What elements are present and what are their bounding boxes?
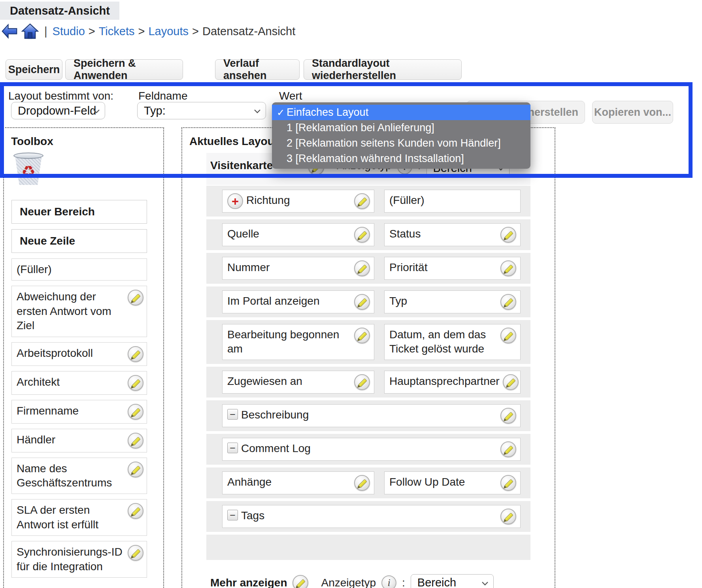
field-box-filler[interactable]: (Füller) [384,190,521,213]
edit-pencil-icon[interactable] [128,346,143,362]
copy-from-button[interactable]: Kopieren von... [592,101,673,124]
edit-pencil-icon[interactable] [500,260,516,276]
determined-by-select[interactable]: Dropdown-Feld [11,102,105,119]
edit-pencil-icon[interactable] [500,328,516,343]
field-box[interactable]: Typ [384,290,521,313]
section-name: Visitenkarte [210,159,273,172]
check-icon: ✓ [277,105,285,120]
edit-pencil-icon[interactable] [128,545,143,561]
field-box[interactable]: Priorität [384,257,521,280]
field-box[interactable]: Anhänge [222,471,374,494]
field-label: Typ [389,294,497,308]
trash-icon[interactable]: ♻ [13,153,43,185]
add-plus-icon[interactable]: + [227,193,243,209]
breadcrumb-link-studio[interactable]: Studio [53,25,85,38]
breadcrumb: | Studio > Tickets > Layouts > Datensatz… [2,22,295,40]
collapse-minus-icon[interactable]: − [227,443,238,453]
field-box[interactable]: Zugewiesen an [222,371,374,394]
toolbox-item[interactable]: Architekt [11,371,147,395]
toolbox-item[interactable]: Synchronisierungs-ID für die Integration [11,541,147,578]
new-row-button[interactable]: Neue Zeile [11,229,147,253]
breadcrumb-link-layouts[interactable]: Layouts [148,25,189,38]
field-box[interactable]: Follow Up Date [384,471,521,494]
view-history-button[interactable]: Verlauf ansehen [215,59,300,80]
menu-option[interactable]: 3 [Reklamation während Instsallation] [272,151,530,166]
layout-rows: + Richtung (Füller) Quelle Status [206,186,530,560]
toolbox-item-label: Händler [17,433,125,447]
edit-pencil-icon[interactable] [292,575,308,588]
edit-pencil-icon[interactable] [500,408,516,424]
restore-default-layout-button[interactable]: Standardlayout wiederherstellen [304,59,462,80]
field-box[interactable]: − Beschreibung [222,404,521,427]
edit-pencil-icon[interactable] [500,441,516,457]
field-box[interactable]: Status [384,223,521,246]
save-button[interactable]: Speichern [6,59,62,80]
edit-pencil-icon[interactable] [128,433,143,449]
page-title: Datensatz-Ansicht [0,2,119,20]
chevron-down-icon [481,581,489,586]
edit-pencil-icon[interactable] [500,227,516,243]
toolbox-item-label: Firmenname [17,404,125,418]
field-box[interactable]: Hauptansprechpartner [384,371,521,394]
determined-by-label: Layout bestimmt von: [8,90,113,102]
save-apply-button[interactable]: Speichern & Anwenden [65,59,183,80]
field-box[interactable]: + Richtung [222,190,374,213]
toolbox-title: Toolbox [11,135,163,148]
field-label: Anhänge [227,475,351,489]
home-icon[interactable] [21,23,39,39]
toolbox-item[interactable]: SLA der ersten Antwort ist erfüllt [11,499,147,536]
field-label: Status [389,227,497,241]
toolbox-item[interactable]: Abweichung der ersten Antwort vom Ziel [11,286,147,337]
edit-pencil-icon[interactable] [128,290,143,305]
back-arrow-icon[interactable] [2,24,17,39]
edit-pencil-icon[interactable] [354,294,370,310]
info-icon[interactable]: i [381,575,396,588]
field-label: Hauptansprechpartner [389,374,500,388]
edit-pencil-icon[interactable] [500,475,516,491]
menu-option[interactable]: 1 [Reklamation bei Anlieferung] [272,120,530,136]
toolbox-item[interactable]: Arbeitsprotokoll [11,342,147,366]
field-box[interactable]: Quelle [222,223,374,246]
field-box[interactable]: Datum, an dem das Ticket gelöst wurde [384,324,521,360]
edit-pencil-icon[interactable] [128,503,143,519]
toolbox-item-label: (Füller) [17,262,143,277]
collapse-minus-icon[interactable]: − [227,409,238,420]
edit-pencil-icon[interactable] [503,374,519,390]
field-label: (Füller) [389,193,516,207]
layout-row: Quelle Status [206,219,530,250]
edit-pencil-icon[interactable] [354,227,370,243]
edit-pencil-icon[interactable] [128,404,143,420]
toolbox-item[interactable]: Name des Geschäftszentrums [11,458,147,494]
new-section-button[interactable]: Neuer Bereich [11,200,147,224]
field-name-select[interactable]: Typ: [137,102,266,119]
edit-pencil-icon[interactable] [354,193,370,209]
menu-option-label: 2 [Reklamation seitens Kunden vom Händle… [287,137,501,149]
field-box[interactable]: Nummer [222,257,374,280]
menu-option-selected[interactable]: ✓ Einfaches Layout [272,105,530,120]
edit-pencil-icon[interactable] [500,294,516,310]
edit-pencil-icon[interactable] [354,475,370,491]
collapse-minus-icon[interactable]: − [227,510,238,520]
field-box[interactable]: Bearbeitung begonnen am [222,324,374,360]
field-box[interactable]: − Comment Log [222,438,521,461]
field-label: Priorität [389,260,497,275]
field-box[interactable]: Im Portal anzeigen [222,290,374,313]
edit-pencil-icon[interactable] [128,375,143,391]
menu-option-label: 3 [Reklamation während Instsallation] [287,153,464,164]
breadcrumb-divider: | [44,25,47,38]
edit-pencil-icon[interactable] [354,374,370,390]
page: Datensatz-Ansicht | Studio > Tickets > [0,0,702,588]
toolbox-item[interactable]: Firmenname [11,400,147,424]
field-box[interactable]: − Tags [222,505,521,528]
edit-pencil-icon[interactable] [128,462,143,477]
toolbox-item-filler[interactable]: (Füller) [11,258,147,281]
more-display-type-select[interactable]: Bereich [411,574,494,588]
edit-pencil-icon[interactable] [354,328,370,343]
toolbox-item[interactable]: Händler [11,429,147,452]
menu-option[interactable]: 2 [Reklamation seitens Kunden vom Händle… [272,136,530,151]
breadcrumb-link-tickets[interactable]: Tickets [99,25,135,38]
toolbox-item-label: SLA der ersten Antwort ist erfüllt [17,503,125,532]
more-section-header: Mehr anzeigen Anzeigetyp i : Bereich [206,574,530,588]
edit-pencil-icon[interactable] [354,260,370,276]
edit-pencil-icon[interactable] [500,509,516,524]
